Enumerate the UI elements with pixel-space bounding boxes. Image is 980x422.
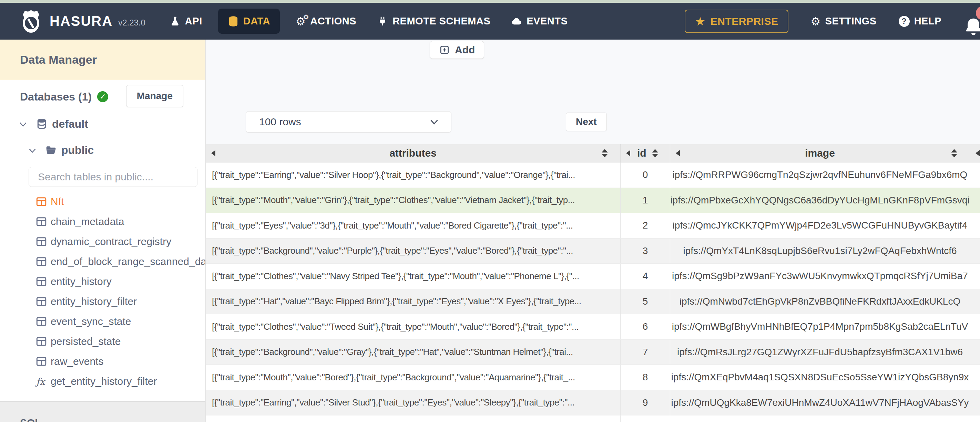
cell-image[interactable]: ipfs://QmXEqPbvM4aq1SQSXN8DSuEcSo5SseYW1… <box>670 365 970 390</box>
flask-icon <box>170 16 181 27</box>
tree-node-database[interactable]: default <box>0 113 205 135</box>
table-name: raw_events <box>51 355 103 367</box>
column-header-attributes[interactable]: attributes <box>206 144 620 162</box>
chevron-down-icon[interactable] <box>18 119 28 129</box>
cell-attributes[interactable]: [{"trait_type":"Mouth","value":"Bored"},… <box>206 365 620 390</box>
sidebar-item-end_of_block_range_scanned_data[interactable]: end_of_block_range_scanned_data <box>0 252 205 271</box>
cell-attributes[interactable]: [{"trait_type":"Eyes","value":"3d"},{"tr… <box>206 213 620 238</box>
cell-image[interactable]: ipfs://QmRsJLrg27GQ1ZWyrXZFuJFdU5bapfzsy… <box>670 340 970 365</box>
nav-item-api[interactable]: API <box>159 16 213 27</box>
rows-per-page-select[interactable]: 100 rows <box>246 111 452 133</box>
cell-extra <box>970 340 980 365</box>
main-content: Add 100 rows Next attributes id <box>206 40 980 422</box>
cell-id[interactable]: 5 <box>620 289 670 314</box>
cell-extra <box>970 289 980 314</box>
folder-icon <box>46 144 57 155</box>
cell-attributes[interactable]: [{"trait_type":"Earring","value":"Silver… <box>206 162 620 187</box>
tree-node-schema[interactable]: public <box>0 140 205 161</box>
cell-id[interactable]: 7 <box>620 340 670 365</box>
nav-item-settings[interactable]: ⚙ SETTINGS <box>810 16 876 27</box>
table-row[interactable]: [{"trait_type":"Mouth","value":"Bored"},… <box>206 365 980 390</box>
sidebar-item-raw_events[interactable]: raw_events <box>0 351 205 371</box>
table-row[interactable]: [{"trait_type":"Earring","value":"Silver… <box>206 162 980 188</box>
column-header-id[interactable]: id <box>620 144 670 162</box>
cell-image[interactable]: ipfs://QmcJYkCKK7QPmYWjp4FD2e3Lv5WCGFuHN… <box>670 213 970 238</box>
nav-item-events[interactable]: EVENTS <box>501 16 578 27</box>
collapse-column-icon[interactable] <box>211 150 215 156</box>
sort-icon[interactable] <box>951 149 957 157</box>
collapse-column-icon[interactable] <box>676 150 680 156</box>
cell-id[interactable]: 9 <box>620 390 670 416</box>
cell-id[interactable]: 0 <box>620 162 670 187</box>
cell-attributes[interactable]: [{"trait_type":"Clothes","value":"Navy S… <box>206 264 620 289</box>
column-header-partial[interactable] <box>970 144 980 162</box>
nav-item-help[interactable]: ? HELP <box>899 16 942 27</box>
cell-image[interactable]: ipfs://QmNwbd7ctEhGpVkP8nZvBBQfiNeFKRdxf… <box>670 289 970 314</box>
notifications-button[interactable]: 8 <box>964 6 980 37</box>
table-row[interactable]: [{"trait_type":"Clothes","value":"Navy S… <box>206 264 980 289</box>
table-icon <box>36 316 46 327</box>
version-label[interactable]: v2.23.0 <box>118 18 145 27</box>
database-icon <box>36 118 47 129</box>
sidebar-item-get_entity_history_filter[interactable]: ƒx get_entity_history_filter <box>0 371 205 391</box>
table-name: end_of_block_range_scanned_data <box>51 256 206 267</box>
nav-item-data[interactable]: DATA <box>218 9 280 34</box>
hasura-logo-icon[interactable] <box>17 8 45 35</box>
nav-item-label: ACTIONS <box>310 16 356 27</box>
table-row[interactable]: [{"trait_type":"Clothes","value":"Tweed … <box>206 314 980 340</box>
sidebar-item-event_sync_state[interactable]: event_sync_state <box>0 311 205 332</box>
table-row[interactable]: [{"trait_type":"Eyes","value":"3d"},{"tr… <box>206 213 980 238</box>
manage-button[interactable]: Manage <box>126 85 183 107</box>
search-tables-input[interactable] <box>29 171 197 183</box>
collapse-column-icon[interactable] <box>975 150 980 156</box>
cell-id[interactable]: 4 <box>620 264 670 289</box>
sidebar-item-Nft[interactable]: Nft <box>0 192 205 212</box>
sort-icon[interactable] <box>652 149 658 157</box>
cell-attributes[interactable]: [{"trait_type":"Background","value":"Gra… <box>206 340 620 365</box>
cell-attributes[interactable]: [{"trait_type":"Mouth","value":"Grin"},{… <box>206 188 620 213</box>
sort-icon[interactable] <box>601 149 608 157</box>
nav-item-actions[interactable]: ⚙⚙ ACTIONS <box>285 16 367 27</box>
database-icon <box>228 16 239 27</box>
table-icon <box>36 297 46 307</box>
add-row-button[interactable]: Add <box>430 41 484 59</box>
cell-attributes[interactable]: [{"trait_type":"Earring","value":"Silver… <box>206 390 620 416</box>
cell-id[interactable]: 6 <box>620 314 670 340</box>
enterprise-button[interactable]: ★ ENTERPRISE <box>685 10 789 33</box>
cell-attributes[interactable]: [{"trait_type":"Hat","value":"Bayc Flipp… <box>206 289 620 314</box>
sidebar-item-persisted_state[interactable]: persisted_state <box>0 332 205 351</box>
cell-id[interactable]: 3 <box>620 238 670 264</box>
sidebar-item-dynamic_contract_registry[interactable]: dynamic_contract_registry <box>0 232 205 252</box>
cell-attributes[interactable]: [{"trait_type":"Clothes","value":"Tweed … <box>206 314 620 340</box>
rows-per-page-value: 100 rows <box>246 116 301 128</box>
table-row[interactable]: [{"trait_type":"Background","value":"Pur… <box>206 238 980 264</box>
sidebar-item-entity_history_filter[interactable]: entity_history_filter <box>0 292 205 311</box>
nav-item-remote-schemas[interactable]: REMOTE SCHEMAS <box>367 16 501 27</box>
sidebar-item-entity_history[interactable]: entity_history <box>0 271 205 292</box>
cell-id[interactable]: 1 <box>620 188 670 213</box>
top-strip <box>0 0 980 3</box>
cell-image[interactable]: ipfs://QmUQgKka8EW7exiUHnMwZ4UoXA11wV7NF… <box>670 390 970 416</box>
sql-link[interactable]: SQL <box>20 417 41 422</box>
cell-image[interactable]: ipfs://QmRRPWG96cmgTn2qSzjwr2qvfNEuhunv6… <box>670 162 970 187</box>
table-list: Nft chain_metadata dynamic_contract_regi… <box>0 192 205 391</box>
cell-attributes[interactable]: [{"trait_type":"Background","value":"Pur… <box>206 238 620 264</box>
table-row[interactable]: [{"trait_type":"Hat","value":"Bayc Flipp… <box>206 289 980 315</box>
table-row[interactable]: [{"trait_type":"Background","value":"Gra… <box>206 340 980 365</box>
cell-image[interactable]: ipfs://QmSg9bPzW9anFYc3wWU5KnvymwkxQTpmq… <box>670 264 970 289</box>
sidebar-item-chain_metadata[interactable]: chain_metadata <box>0 212 205 232</box>
cell-id[interactable]: 2 <box>620 213 670 238</box>
cell-extra <box>970 213 980 238</box>
column-header-image[interactable]: image <box>670 144 970 162</box>
next-page-button[interactable]: Next <box>566 113 607 131</box>
table-row[interactable]: [{"trait_type":"Mouth","value":"Grin"},{… <box>206 188 980 213</box>
collapse-column-icon[interactable] <box>626 150 630 156</box>
chevron-down-icon[interactable] <box>27 145 37 155</box>
cell-image[interactable]: ipfs://QmPbxeGcXhYQQNgsC6a36dDyYUcHgMLnG… <box>670 188 970 213</box>
cell-image[interactable]: ipfs://QmWBgfBhyVmHNhBfEQ7p1P4Mpn7pm5b8K… <box>670 314 970 340</box>
cell-id[interactable]: 8 <box>620 365 670 390</box>
question-circle-icon: ? <box>899 16 910 27</box>
table-row[interactable]: [{"trait_type":"Earring","value":"Silver… <box>206 390 980 416</box>
table-icon <box>36 216 46 227</box>
cell-image[interactable]: ipfs://QmYxT4LnK8sqLupjbS6eRvu1si7Ly2wFQ… <box>670 238 970 264</box>
